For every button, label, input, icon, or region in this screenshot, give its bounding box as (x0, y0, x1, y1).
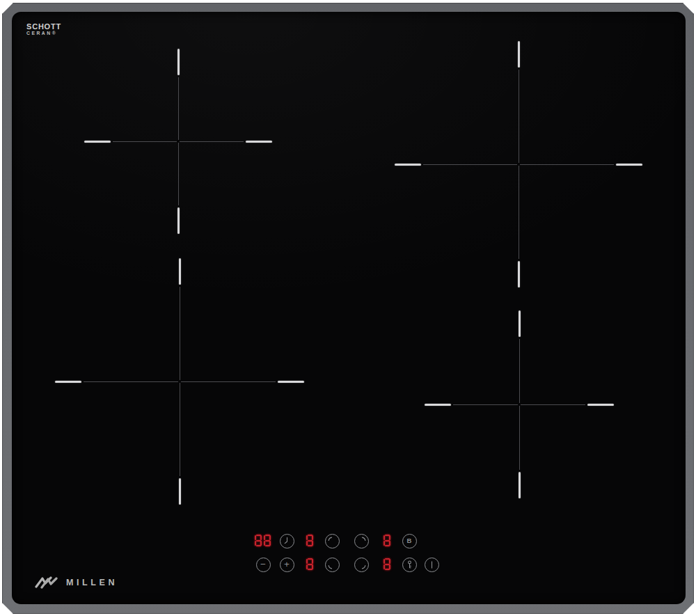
induction-hob-photo: SCHOTT CERAN® MILLEN (0, 0, 696, 616)
zone-display-rear-left (306, 535, 313, 546)
seven-segment-digit (383, 535, 390, 546)
zone-select-rear-right-button[interactable] (354, 534, 369, 548)
power-line-icon (425, 558, 438, 572)
seven-segment-digit (264, 535, 271, 546)
boost-button[interactable]: B (402, 534, 417, 548)
seven-segment-digit (306, 535, 313, 546)
quarter-arc-top-left-icon (326, 534, 339, 548)
plus-button[interactable]: + (280, 558, 294, 572)
minus-button[interactable]: − (256, 558, 271, 572)
clock-icon (280, 534, 294, 548)
timer-display (255, 535, 271, 546)
key-icon (403, 558, 416, 572)
quarter-arc-bottom-right-icon (355, 558, 368, 572)
seven-segment-digit (255, 535, 262, 546)
plus-label: + (284, 560, 290, 569)
zone-select-front-right-button[interactable] (354, 558, 369, 572)
timer-button[interactable] (280, 534, 294, 548)
seven-segment-digit (306, 558, 313, 570)
boost-label: B (407, 537, 412, 544)
minus-label: − (260, 560, 266, 569)
lock-button[interactable] (402, 558, 417, 572)
zone-display-rear-right (383, 535, 390, 546)
zone-select-front-left-button[interactable] (325, 558, 340, 572)
zone-display-front-left (306, 558, 313, 570)
zone-select-rear-left-button[interactable] (325, 534, 340, 548)
quarter-arc-bottom-left-icon (326, 558, 339, 572)
seven-segment-digit (383, 558, 390, 570)
zone-display-front-right (383, 558, 390, 570)
power-button[interactable] (425, 558, 439, 572)
control-panel: B − + (0, 0, 696, 616)
quarter-arc-top-right-icon (355, 534, 368, 548)
